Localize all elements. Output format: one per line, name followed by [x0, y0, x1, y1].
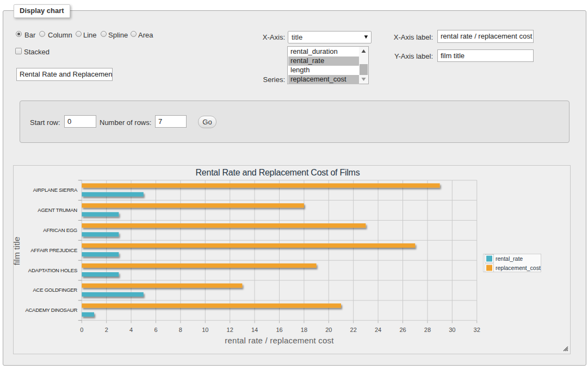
svg-text:AIRPLANE SIERRA: AIRPLANE SIERRA	[33, 187, 78, 193]
svg-text:AFRICAN EGG: AFRICAN EGG	[43, 227, 77, 233]
svg-text:rental rate / replacement cost: rental rate / replacement cost	[225, 336, 334, 345]
svg-text:replacement_cost: replacement_cost	[496, 265, 541, 271]
svg-text:24: 24	[375, 327, 381, 333]
svg-text:ACE GOLDFINGER: ACE GOLDFINGER	[33, 287, 78, 293]
svg-text:20: 20	[325, 327, 332, 333]
svg-text:ADAPTATION HOLES: ADAPTATION HOLES	[28, 267, 77, 273]
svg-text:14: 14	[251, 327, 258, 333]
svg-text:8: 8	[179, 327, 182, 333]
svg-text:28: 28	[424, 327, 431, 333]
svg-text:16: 16	[276, 327, 282, 333]
svg-text:6: 6	[154, 327, 157, 333]
svg-text:film title: film title	[12, 237, 21, 266]
svg-text:AGENT TRUMAN: AGENT TRUMAN	[38, 207, 77, 213]
svg-text:rental_rate: rental_rate	[496, 255, 523, 262]
svg-text:ACADEMY DINOSAUR: ACADEMY DINOSAUR	[25, 307, 77, 313]
svg-text:Rental Rate and Replacement Co: Rental Rate and Replacement Cost of Film…	[196, 168, 360, 177]
svg-text:26: 26	[399, 327, 406, 333]
svg-text:0: 0	[80, 327, 83, 333]
svg-text:12: 12	[227, 327, 233, 333]
svg-text:4: 4	[129, 327, 133, 333]
svg-text:2: 2	[105, 327, 108, 333]
svg-text:30: 30	[449, 327, 455, 333]
svg-text:18: 18	[301, 327, 307, 333]
svg-text:10: 10	[202, 327, 208, 333]
svg-text:32: 32	[474, 327, 480, 333]
svg-text:22: 22	[350, 327, 357, 333]
svg-text:AFFAIR PREJUDICE: AFFAIR PREJUDICE	[30, 247, 77, 253]
